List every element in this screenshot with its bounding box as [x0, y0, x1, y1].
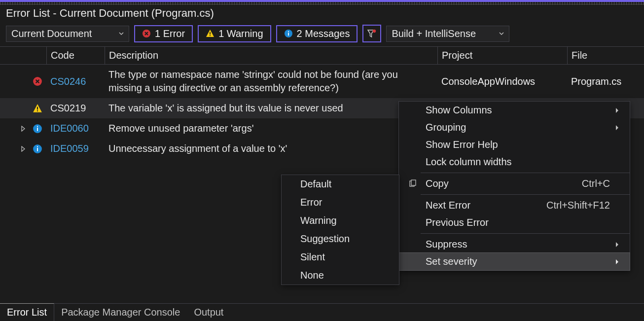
svg-rect-11 [37, 126, 38, 127]
error-description: The type or namespace name 'stringx' cou… [105, 66, 437, 97]
panel-title: Error List - Current Document (Program.c… [0, 5, 644, 22]
severity-silent[interactable]: Silent [282, 248, 399, 266]
info-icon [29, 122, 46, 136]
menu-label: Silent [300, 251, 395, 263]
warnings-toggle-label: 1 Warning [218, 28, 263, 39]
severity-default[interactable]: Default [282, 175, 399, 193]
menu-next-error[interactable]: Next Error Ctrl+Shift+F12 [399, 197, 630, 214]
info-icon [29, 142, 46, 156]
menu-set-severity[interactable]: Set severity [398, 252, 630, 271]
svg-rect-8 [37, 107, 38, 109]
menu-label: Suppress [426, 239, 611, 250]
tab-output[interactable]: Output [187, 304, 230, 321]
chevron-down-icon [119, 31, 124, 36]
menu-show-columns[interactable]: Show Columns [399, 102, 630, 119]
context-menu: Show Columns Grouping Show Error Help Lo… [398, 101, 630, 271]
errors-toggle[interactable]: 1 Error [134, 25, 193, 42]
expand-toggle[interactable] [0, 144, 29, 154]
severity-none[interactable]: None [282, 266, 399, 285]
source-dropdown-label: Build + IntelliSense [392, 28, 476, 39]
error-description: Remove unused parameter 'args' [105, 120, 437, 137]
error-project: ConsoleAppWindows [437, 74, 567, 89]
menu-label: Set severity [426, 256, 611, 267]
menu-label: None [300, 270, 395, 281]
severity-submenu: Default Error Warning Suggestion Silent … [281, 175, 399, 285]
errors-toggle-label: 1 Error [155, 28, 185, 39]
expand-toggle[interactable] [0, 124, 29, 134]
error-code-link[interactable]: CS0246 [46, 74, 105, 89]
svg-rect-1 [210, 32, 211, 35]
svg-rect-15 [37, 148, 38, 151]
tab-error-list[interactable]: Error List [0, 303, 54, 321]
warning-icon [29, 102, 46, 115]
table-row[interactable]: CS0246 The type or namespace name 'strin… [0, 65, 644, 98]
warnings-toggle[interactable]: 1 Warning [198, 25, 271, 42]
copy-icon [402, 179, 424, 188]
chevron-right-icon [615, 242, 627, 248]
svg-rect-9 [37, 110, 38, 111]
severity-warning[interactable]: Warning [282, 212, 399, 230]
bottom-tab-bar: Error List Package Manager Console Outpu… [0, 303, 644, 321]
scope-dropdown-label: Current Document [11, 28, 92, 39]
chevron-right-icon [615, 125, 627, 131]
expand-cell [0, 79, 29, 83]
menu-label: Default [300, 178, 395, 190]
col-description[interactable]: Description [105, 47, 437, 64]
messages-toggle-label: 2 Messages [297, 28, 350, 39]
menu-label: Lock column widths [426, 156, 611, 168]
error-description: The variable 'x' is assigned but its val… [105, 100, 437, 117]
svg-rect-14 [37, 146, 38, 147]
filter-icon [367, 29, 377, 38]
error-file: Program.cs [567, 74, 644, 89]
error-code-link[interactable]: IDE0060 [46, 121, 105, 136]
menu-copy[interactable]: Copy Ctrl+C [399, 175, 630, 192]
menu-grouping[interactable]: Grouping [399, 119, 630, 136]
svg-rect-12 [37, 128, 38, 131]
chevron-down-icon [499, 31, 504, 36]
error-icon [142, 29, 151, 38]
severity-error[interactable]: Error [282, 193, 399, 212]
source-dropdown[interactable]: Build + IntelliSense [386, 26, 509, 42]
chevron-right-icon [615, 107, 627, 113]
menu-show-error-help[interactable]: Show Error Help [399, 136, 630, 153]
filter-button[interactable] [362, 25, 381, 42]
col-code[interactable]: Code [46, 47, 105, 64]
col-severity[interactable] [29, 47, 46, 64]
grid-header: Code Description Project File [0, 46, 644, 65]
menu-label: Previous Error [426, 217, 611, 228]
menu-previous-error[interactable]: Previous Error [399, 214, 630, 231]
menu-separator [421, 233, 630, 234]
expand-cell [0, 107, 29, 110]
svg-rect-2 [210, 35, 211, 36]
messages-toggle[interactable]: 2 Messages [276, 25, 358, 42]
col-project[interactable]: Project [437, 47, 567, 64]
menu-separator [421, 194, 630, 195]
col-expand[interactable] [0, 47, 29, 64]
menu-shortcut: Ctrl+C [582, 178, 613, 189]
menu-label: Show Columns [426, 105, 611, 116]
menu-lock-widths[interactable]: Lock column widths [399, 153, 630, 171]
warning-icon [206, 29, 215, 38]
menu-label: Warning [300, 215, 395, 226]
info-icon [284, 29, 293, 38]
svg-rect-17 [411, 180, 416, 185]
menu-label: Grouping [426, 122, 611, 133]
menu-label: Error [300, 197, 395, 208]
error-icon [29, 74, 46, 88]
error-code-link[interactable]: IDE0059 [46, 141, 105, 156]
menu-label: Suggestion [300, 233, 395, 245]
severity-suggestion[interactable]: Suggestion [282, 230, 399, 248]
menu-suppress[interactable]: Suppress [399, 236, 630, 253]
toolbar: Current Document 1 Error 1 Warning 2 Mes… [0, 22, 644, 46]
menu-separator [421, 173, 630, 173]
col-file[interactable]: File [567, 47, 644, 64]
tab-package-manager-console[interactable]: Package Manager Console [54, 304, 187, 321]
menu-label: Show Error Help [426, 139, 611, 150]
scope-dropdown[interactable]: Current Document [6, 26, 129, 42]
svg-rect-4 [288, 31, 289, 32]
error-description: Unnecessary assignment of a value to 'x' [105, 140, 437, 157]
menu-shortcut: Ctrl+Shift+F12 [546, 200, 613, 211]
svg-point-6 [373, 30, 376, 33]
menu-label: Copy [426, 178, 580, 189]
menu-label: Next Error [426, 200, 544, 211]
